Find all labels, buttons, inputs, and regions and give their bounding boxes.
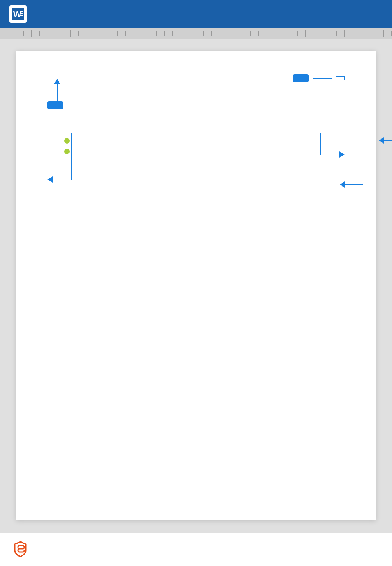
pt-arrow [340,181,345,188]
rh-arrow-line [57,84,58,101]
svg-rect-3 [20,13,23,14]
running-head-label [47,101,63,109]
running-head-annotation [47,79,63,109]
top-bar: W [0,0,392,28]
word-icon: W [9,5,27,23]
document-area: i i [16,51,376,520]
orcid-icon-2: i [64,149,70,154]
svg-rect-4 [20,15,23,16]
page-number-box [336,76,345,80]
authors-h-bottom [71,180,94,180]
svg-text:W: W [13,9,22,19]
author-note-p1: i [47,137,345,145]
pn-connector-line [313,78,332,79]
authors-h-top [71,133,94,133]
author-note-annotation [379,137,392,144]
an-h-line [384,140,392,141]
authors-label-container [0,170,0,179]
scribbr-logo [12,540,29,559]
author-note-body: i i [47,137,345,156]
page-number-label [293,74,309,82]
aff-h-top [306,133,321,133]
doc-header [47,74,345,109]
author-note-section: i i [47,137,345,156]
ruler: const ruler = document.querySelector('.r… [0,28,392,39]
orcid-icon-1: i [64,138,70,144]
page-number-area [293,74,345,82]
rh-arrow-head [54,79,60,84]
svg-rect-2 [20,11,23,12]
an-arrow [379,137,384,144]
pt-h-line [345,184,363,185]
author-note-p2: i [47,147,345,156]
bottom-bar [0,533,392,566]
authors-label [0,170,0,178]
authors-arrow [47,176,53,183]
pt-v-line [363,149,363,184]
